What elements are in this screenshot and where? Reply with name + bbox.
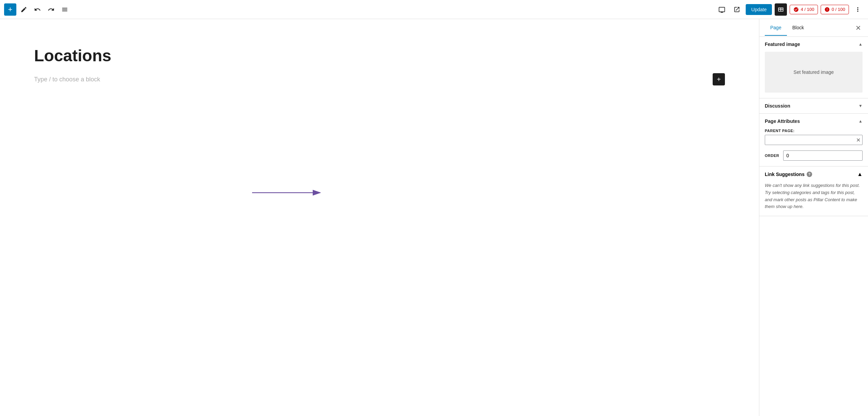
- page-attributes-section: Page Attributes ▲ PARENT PAGE: ✕ ORDER: [759, 114, 868, 166]
- page-attributes-chevron: ▲: [858, 119, 863, 124]
- update-button[interactable]: Update: [746, 4, 772, 15]
- more-options-button[interactable]: [852, 3, 864, 16]
- page-title[interactable]: Locations: [34, 46, 725, 65]
- parent-page-wrapper: ✕: [765, 135, 863, 145]
- toolbar-left: +: [4, 3, 714, 16]
- toolbar: +: [0, 0, 868, 19]
- list-icon: [61, 6, 68, 13]
- link-suggestions-title-group: Link Suggestions ?: [765, 172, 812, 177]
- discussion-section: Discussion ▼: [759, 98, 868, 114]
- page-attributes-header[interactable]: Page Attributes ▲: [759, 114, 868, 129]
- undo-button[interactable]: [31, 3, 44, 16]
- link-suggestions-help-icon[interactable]: ?: [807, 172, 812, 177]
- link-suggestions-header[interactable]: Link Suggestions ? ▲: [759, 166, 868, 182]
- editor-area[interactable]: Locations Type / to choose a block +: [0, 19, 759, 416]
- more-icon: [854, 6, 861, 13]
- sidebar-content: Featured image ▲ Set featured image Disc…: [759, 37, 868, 416]
- parent-page-clear-button[interactable]: ✕: [856, 137, 861, 143]
- link-suggestions-section: Link Suggestions ? ▲ We can't show any l…: [759, 166, 868, 216]
- featured-image-body: Set featured image: [759, 52, 868, 98]
- sidebar-close-button[interactable]: ✕: [854, 22, 863, 33]
- tab-page[interactable]: Page: [765, 20, 787, 36]
- order-input[interactable]: [783, 150, 863, 161]
- undo-icon: [34, 6, 41, 13]
- featured-image-chevron: ▲: [858, 42, 863, 47]
- add-block-inline-button[interactable]: +: [713, 73, 725, 85]
- link-suggestions-body: We can't show any link suggestions for t…: [759, 182, 868, 216]
- seo-score-button[interactable]: 0 / 100: [821, 5, 849, 14]
- discussion-chevron: ▼: [858, 103, 863, 108]
- order-row: ORDER: [765, 150, 863, 161]
- content-area[interactable]: Type / to choose a block +: [34, 73, 725, 85]
- redo-icon: [48, 6, 55, 13]
- external-link-icon: [733, 6, 740, 13]
- preview-button[interactable]: [716, 3, 728, 16]
- readability-icon: [793, 7, 799, 12]
- featured-image-header[interactable]: Featured image ▲: [759, 37, 868, 52]
- link-suggestions-title: Link Suggestions: [765, 172, 805, 177]
- set-featured-image-button[interactable]: Set featured image: [765, 52, 863, 93]
- edit-mode-button[interactable]: [18, 3, 30, 16]
- sidebar-header: Page Block ✕: [759, 19, 868, 37]
- discussion-header[interactable]: Discussion ▼: [759, 98, 868, 113]
- pencil-icon: [20, 6, 27, 13]
- add-block-button[interactable]: +: [4, 3, 16, 16]
- seo-icon: [824, 7, 830, 12]
- featured-image-title: Featured image: [765, 42, 800, 47]
- sidebar-tabs: Page Block: [765, 20, 809, 36]
- order-label: ORDER: [765, 154, 779, 158]
- page-attributes-body: PARENT PAGE: ✕ ORDER: [759, 129, 868, 166]
- discussion-title: Discussion: [765, 103, 790, 109]
- annotation-arrow: [252, 185, 327, 200]
- main-area: Locations Type / to choose a block + Pag…: [0, 19, 868, 416]
- monitor-icon: [718, 6, 725, 13]
- sidebar: Page Block ✕ Featured image ▲ Set featur…: [759, 19, 868, 416]
- readability-score-value: 4 / 100: [801, 7, 814, 12]
- layout-icon: [777, 6, 784, 13]
- details-toggle-button[interactable]: [59, 3, 71, 16]
- link-suggestions-chevron: ▲: [857, 171, 863, 177]
- parent-page-label: PARENT PAGE:: [765, 129, 863, 133]
- parent-page-input[interactable]: [765, 135, 863, 145]
- redo-button[interactable]: [45, 3, 57, 16]
- toolbar-right: Update 4 / 100 0 / 100: [716, 3, 864, 16]
- seo-score-value: 0 / 100: [832, 7, 845, 12]
- featured-image-section: Featured image ▲ Set featured image: [759, 37, 868, 98]
- placeholder-text: Type / to choose a block: [34, 76, 100, 83]
- tab-block[interactable]: Block: [787, 20, 809, 36]
- page-attributes-title: Page Attributes: [765, 118, 800, 124]
- readability-score-button[interactable]: 4 / 100: [790, 5, 818, 14]
- layout-toggle-button[interactable]: [775, 3, 787, 16]
- view-post-button[interactable]: [731, 3, 743, 16]
